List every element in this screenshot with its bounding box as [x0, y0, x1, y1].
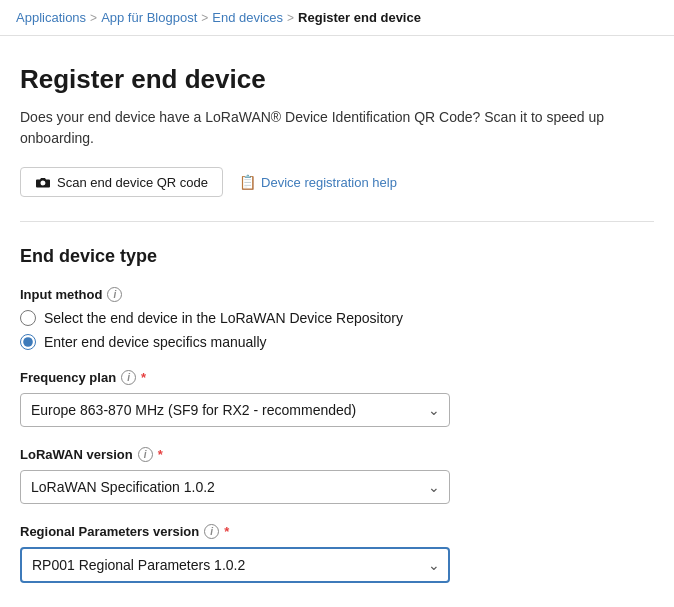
input-method-label: Input method i — [20, 287, 654, 302]
camera-icon — [35, 174, 51, 190]
lorawan-version-required: * — [158, 447, 163, 462]
frequency-plan-info-icon[interactable]: i — [121, 370, 136, 385]
breadcrumb-separator-1: > — [90, 11, 97, 25]
section-divider — [20, 221, 654, 222]
input-method-radio-group: Select the end device in the LoRaWAN Dev… — [20, 310, 654, 350]
action-bar: Scan end device QR code 📋 Device registr… — [20, 167, 654, 197]
main-content: Register end device Does your end device… — [0, 36, 674, 607]
breadcrumb-end-devices[interactable]: End devices — [212, 10, 283, 25]
book-icon: 📋 — [239, 174, 256, 190]
lorawan-version-select-wrapper: LoRaWAN Specification 1.0.2 ⌄ — [20, 470, 450, 504]
regional-parameters-required: * — [224, 524, 229, 539]
input-method-info-icon[interactable]: i — [107, 287, 122, 302]
lorawan-version-label: LoRaWAN version i * — [20, 447, 654, 462]
regional-parameters-select-wrapper: RP001 Regional Parameters 1.0.2 ⌄ — [20, 547, 450, 583]
input-method-field-group: Input method i Select the end device in … — [20, 287, 654, 350]
page-description: Does your end device have a LoRaWAN® Dev… — [20, 107, 654, 149]
radio-manual-label: Enter end device specifics manually — [44, 334, 267, 350]
frequency-plan-field-group: Frequency plan i * Europe 863-870 MHz (S… — [20, 370, 654, 427]
frequency-plan-select-wrapper: Europe 863-870 MHz (SF9 for RX2 - recomm… — [20, 393, 450, 427]
frequency-plan-required: * — [141, 370, 146, 385]
lorawan-version-info-icon[interactable]: i — [138, 447, 153, 462]
regional-parameters-label: Regional Parameters version i * — [20, 524, 654, 539]
frequency-plan-label: Frequency plan i * — [20, 370, 654, 385]
radio-manual[interactable] — [20, 334, 36, 350]
radio-repository[interactable] — [20, 310, 36, 326]
radio-repository-label: Select the end device in the LoRaWAN Dev… — [44, 310, 403, 326]
breadcrumb-separator-3: > — [287, 11, 294, 25]
lorawan-version-select[interactable]: LoRaWAN Specification 1.0.2 — [20, 470, 450, 504]
breadcrumb: Applications > App für Blogpost > End de… — [0, 0, 674, 36]
section-title: End device type — [20, 246, 654, 267]
breadcrumb-applications[interactable]: Applications — [16, 10, 86, 25]
breadcrumb-separator-2: > — [201, 11, 208, 25]
breadcrumb-app-blogpost[interactable]: App für Blogpost — [101, 10, 197, 25]
scan-button-label: Scan end device QR code — [57, 175, 208, 190]
lorawan-version-field-group: LoRaWAN version i * LoRaWAN Specificatio… — [20, 447, 654, 504]
frequency-plan-select[interactable]: Europe 863-870 MHz (SF9 for RX2 - recomm… — [20, 393, 450, 427]
end-device-type-section: End device type Input method i Select th… — [20, 246, 654, 583]
device-registration-help-link[interactable]: 📋 Device registration help — [239, 174, 397, 190]
radio-option-repository[interactable]: Select the end device in the LoRaWAN Dev… — [20, 310, 654, 326]
help-link-label: Device registration help — [261, 175, 397, 190]
regional-parameters-field-group: Regional Parameters version i * RP001 Re… — [20, 524, 654, 583]
regional-parameters-select[interactable]: RP001 Regional Parameters 1.0.2 — [20, 547, 450, 583]
page-title: Register end device — [20, 64, 654, 95]
regional-parameters-info-icon[interactable]: i — [204, 524, 219, 539]
radio-option-manual[interactable]: Enter end device specifics manually — [20, 334, 654, 350]
scan-qr-button[interactable]: Scan end device QR code — [20, 167, 223, 197]
breadcrumb-current: Register end device — [298, 10, 421, 25]
